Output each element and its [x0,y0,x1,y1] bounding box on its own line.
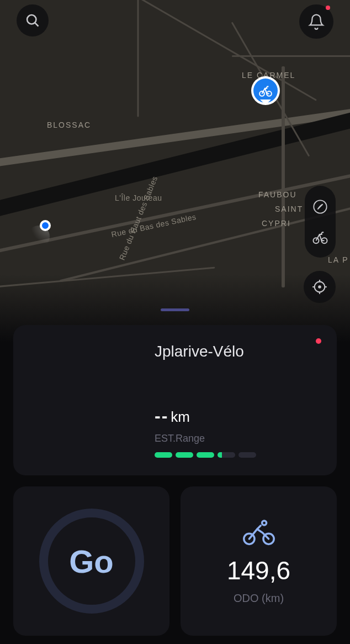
device-name: Jplarive-Vélo [155,343,317,360]
search-button[interactable] [17,4,49,36]
odometer-card[interactable]: 149,6 ODO (km) [181,486,337,636]
range-label: EST.Range [155,433,317,444]
odometer-label: ODO (km) [234,592,284,605]
notifications-button[interactable] [299,4,333,39]
bell-icon [308,13,325,30]
bike-mode-button[interactable] [310,227,330,247]
range-value-row: --km [155,406,317,426]
map-label-blossac: BLOSSAC [47,121,91,129]
svg-point-15 [262,521,266,525]
compass-mode-button[interactable] [310,197,330,217]
svg-point-8 [319,286,321,288]
connection-status-dot [316,338,321,344]
crosshair-icon [312,279,327,295]
go-button-card[interactable]: Go [13,486,169,636]
bike-location-pin[interactable] [251,76,280,105]
rider-icon [241,518,277,546]
map-mode-toggle [305,186,336,258]
map-label-faubourg: FAUBOU [258,190,297,199]
map-label-ile-jouteau: L'Île Jouteau [115,193,162,202]
search-icon [25,13,40,28]
odometer-value: 149,6 [227,556,290,585]
sheet-drag-handle[interactable] [161,308,189,311]
notification-indicator [326,6,330,10]
map-label-saint: SAINT [275,205,303,213]
go-ring: Go [39,509,144,614]
range-unit: km [171,409,190,426]
go-label: Go [69,543,114,580]
bicycle-icon [258,83,273,98]
device-card[interactable]: Jplarive-Vélo --km EST.Range [13,325,337,475]
user-location-dot [40,220,51,231]
map-canvas[interactable]: BLOSSAC LE CARMEL L'Île Jouteau Rue du B… [0,0,350,343]
bicycle-icon [312,229,328,245]
map-label-cyprien: CYPRI [262,219,291,228]
svg-line-3 [35,23,39,27]
battery-indicator [155,452,317,458]
map-label-la-p: LA P [328,255,349,264]
compass-icon [312,199,328,214]
svg-point-2 [27,15,36,24]
recenter-button[interactable] [304,271,336,303]
range-value: -- [155,406,168,426]
